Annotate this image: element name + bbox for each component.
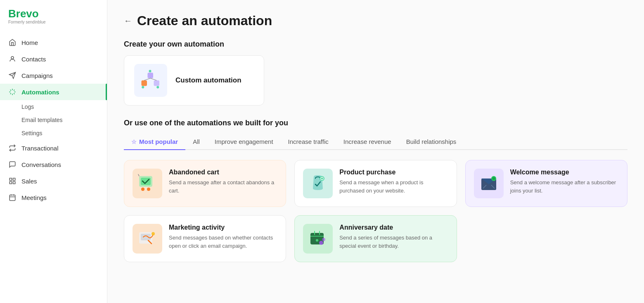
sidebar-item-automations[interactable]: Automations [0,84,107,100]
product-purchase-icon-box [303,169,333,198]
abandoned-cart-desc: Send a message after a contact abandons … [169,179,277,195]
marketing-activity-title: Marketing activity [169,224,277,231]
svg-point-32 [152,232,155,235]
tab-build-relationships[interactable]: Build relationships [399,134,464,150]
sidebar-item-campaigns[interactable]: Campaigns [0,67,107,84]
svg-point-16 [142,86,144,89]
custom-automation-icon [138,68,163,93]
welcome-message-icon-box [474,169,504,198]
card-marketing-activity[interactable]: Marketing activity Send messages based o… [124,215,286,262]
logo-name: Brevo [8,8,99,19]
tab-most-popular[interactable]: ☆ Most popular [124,134,185,150]
svg-rect-12 [142,80,147,86]
settings-label: Settings [21,130,43,136]
welcome-message-desc: Send a welcome message after a subscribe… [510,179,619,195]
svg-point-39 [322,238,325,241]
sidebar-item-settings[interactable]: Settings [21,127,107,140]
svg-rect-4 [13,178,15,180]
main-content: ← Create an automation Create your own a… [107,0,644,303]
product-purchase-content: Product purchase Send a message when a p… [339,169,448,195]
tab-all[interactable]: All [185,134,207,150]
anniversary-date-title: Anniversary date [339,224,448,231]
svg-rect-5 [9,182,12,184]
marketing-activity-content: Marketing activity Send messages based o… [169,224,277,250]
sidebar-nav: Home Contacts Campaigns Automations Logs [0,31,107,209]
tab-improve-engagement[interactable]: Improve engagement [207,134,281,150]
campaigns-icon [8,71,17,80]
svg-line-15 [150,78,156,80]
sidebar-item-meetings[interactable]: Meetings [0,189,107,206]
conversations-icon [8,160,17,169]
card-abandoned-cart[interactable]: Abandoned cart Send a message after a co… [124,160,286,207]
email-templates-label: Email templates [21,117,63,123]
welcome-message-content: Welcome message Send a welcome message a… [510,169,619,195]
own-automation-section: Create your own automation Custom automa… [124,40,627,106]
tab-increase-traffic-label: Increase traffic [288,138,329,145]
back-button[interactable]: ← [124,16,132,26]
contacts-icon [8,55,17,63]
svg-rect-11 [148,73,154,78]
abandoned-cart-content: Abandoned cart Send a message after a co… [169,169,277,195]
logo-subtitle: Formerly sendinblue [8,20,99,24]
sidebar-item-email-templates[interactable]: Email templates [21,113,107,127]
sidebar-item-sales-label: Sales [21,178,37,185]
own-section-title: Create your own automation [124,40,627,49]
anniversary-date-icon-box [303,224,333,254]
sidebar-item-contacts[interactable]: Contacts [0,51,107,67]
sidebar-item-transactional-label: Transactional [21,145,59,152]
built-section-title: Or use one of the automations we built f… [124,119,627,127]
custom-automation-card[interactable]: Custom automation [124,55,264,106]
card-product-purchase[interactable]: Product purchase Send a message when a p… [294,160,457,207]
svg-point-29 [492,177,495,180]
sidebar-item-logs[interactable]: Logs [21,100,107,113]
home-icon [8,38,17,47]
anniversary-date-content: Anniversary date Send a series of messag… [339,224,448,250]
tab-increase-revenue[interactable]: Increase revenue [336,134,399,150]
sales-icon [8,177,17,185]
sidebar-item-sales[interactable]: Sales [0,173,107,189]
card-welcome-message[interactable]: Welcome message Send a welcome message a… [465,160,627,207]
sidebar-item-transactional[interactable]: Transactional [0,140,107,156]
marketing-activity-icon-box [133,224,162,254]
card-anniversary-date[interactable]: Anniversary date Send a series of messag… [294,215,457,262]
star-icon: ☆ [131,139,137,145]
svg-point-38 [319,241,323,245]
tab-improve-engagement-label: Improve engagement [215,138,273,145]
logo-area: Brevo Formerly sendinblue [0,0,107,31]
svg-point-22 [147,188,150,191]
anniversary-date-desc: Send a series of messages based on a spe… [339,234,448,250]
product-purchase-desc: Send a message when a product is purchas… [339,179,448,195]
svg-rect-13 [154,80,160,86]
product-purchase-icon [307,173,329,194]
automations-sub-nav: Logs Email templates Settings [0,100,107,140]
tabs-row: ☆ Most popular All Improve engagement In… [124,134,627,150]
svg-point-37 [316,239,318,242]
built-automations-section: Or use one of the automations we built f… [124,119,627,262]
sidebar: Brevo Formerly sendinblue Home Contacts … [0,0,107,303]
tab-increase-traffic[interactable]: Increase traffic [281,134,336,150]
automation-cards-grid: Abandoned cart Send a message after a co… [124,160,627,262]
abandoned-cart-icon-box [133,169,162,198]
svg-line-14 [144,78,150,80]
svg-rect-7 [9,195,15,201]
sidebar-item-contacts-label: Contacts [21,56,46,63]
abandoned-cart-title: Abandoned cart [169,169,277,176]
meetings-icon [8,193,17,202]
sidebar-item-conversations-label: Conversations [21,161,61,168]
page-header: ← Create an automation [124,13,627,28]
logs-label: Logs [21,103,34,110]
custom-automation-label: Custom automation [175,76,242,85]
automations-icon [8,88,17,96]
svg-point-18 [149,70,152,73]
sidebar-item-home[interactable]: Home [0,34,107,51]
sidebar-item-meetings-label: Meetings [21,194,47,201]
page-title: Create an automation [137,13,272,28]
welcome-message-icon [478,173,500,194]
tab-build-relationships-label: Build relationships [406,138,457,145]
welcome-message-title: Welcome message [510,169,619,176]
anniversary-date-icon [307,228,329,249]
svg-rect-3 [9,178,12,180]
marketing-activity-icon [137,228,158,249]
svg-point-21 [141,188,144,191]
sidebar-item-conversations[interactable]: Conversations [0,156,107,173]
